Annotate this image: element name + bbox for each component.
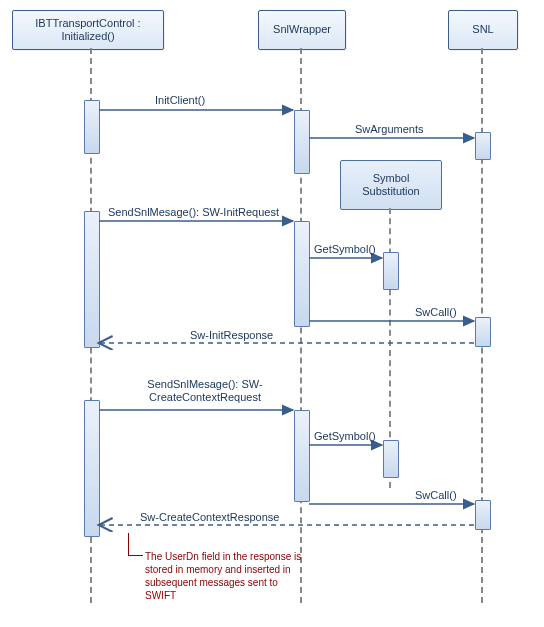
- annotation-bracket: [128, 533, 143, 556]
- msg-send-init-request: SendSnlMesage(): SW-InitRequest: [108, 206, 279, 218]
- arrow-layer: [0, 0, 544, 627]
- msg-sw-arguments: SwArguments: [355, 123, 423, 135]
- sequence-diagram: IBTTransportControl : Initialized() SnlW…: [0, 0, 544, 627]
- msg-send-create-context: SendSnlMesage(): SW-CreateContextRequest: [130, 378, 280, 404]
- msg-get-symbol-2: GetSymbol(): [314, 430, 376, 442]
- msg-get-symbol-1: GetSymbol(): [314, 243, 376, 255]
- msg-init-client: InitClient(): [155, 94, 205, 106]
- msg-sw-create-context-response: Sw-CreateContextResponse: [140, 511, 279, 523]
- msg-sw-call-2: SwCall(): [415, 489, 457, 501]
- annotation-note: The UserDn field in the response is stor…: [145, 550, 305, 602]
- msg-sw-call-1: SwCall(): [415, 306, 457, 318]
- msg-sw-init-response: Sw-InitResponse: [190, 329, 273, 341]
